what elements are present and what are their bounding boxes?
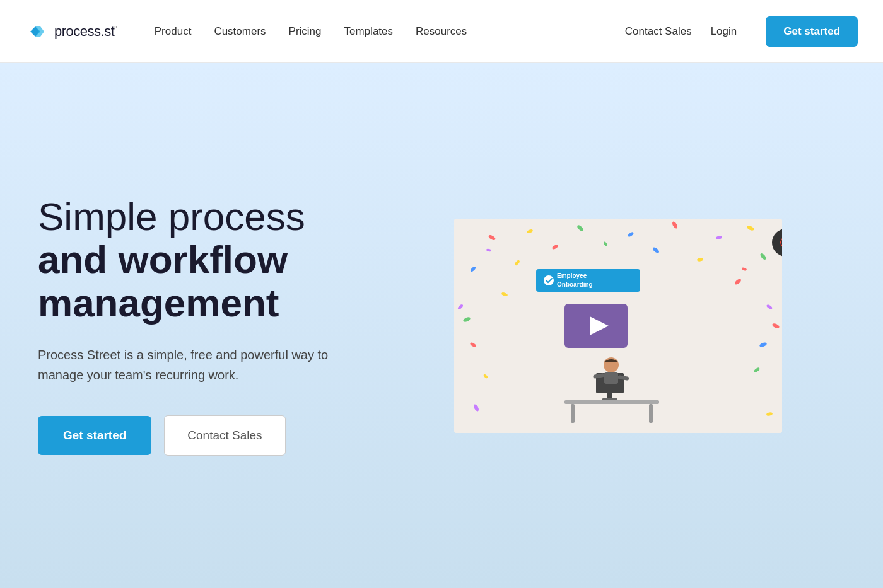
confetti-decoration: Employee Onboarding	[454, 219, 782, 433]
hero-section: Simple process and workflow management P…	[0, 63, 883, 588]
svg-text:Employee: Employee	[557, 272, 587, 279]
logo[interactable]: process.st°	[25, 20, 117, 43]
svg-rect-37	[649, 404, 653, 423]
svg-rect-32	[604, 372, 618, 384]
main-nav: Product Customers Pricing Templates Reso…	[155, 25, 467, 38]
hero-contact-sales-button[interactable]: Contact Sales	[164, 415, 285, 456]
mute-icon: 🔇	[780, 236, 782, 248]
nav-customers[interactable]: Customers	[214, 25, 266, 38]
logo-icon	[25, 20, 49, 43]
secondary-nav: Contact Sales Login Get started	[625, 16, 858, 47]
nav-login[interactable]: Login	[711, 25, 737, 38]
svg-rect-35	[564, 400, 659, 404]
hero-buttons: Get started Contact Sales	[38, 415, 366, 456]
nav-resources[interactable]: Resources	[416, 25, 467, 38]
nav-get-started-button[interactable]: Get started	[766, 16, 858, 47]
hero-title: Simple process and workflow management	[38, 195, 366, 325]
svg-rect-29	[607, 393, 612, 398]
nav-templates[interactable]: Templates	[344, 25, 393, 38]
nav-product[interactable]: Product	[155, 25, 192, 38]
hero-content: Simple process and workflow management P…	[38, 195, 391, 456]
nav-contact-sales[interactable]: Contact Sales	[625, 25, 692, 38]
video-container[interactable]: Employee Onboarding	[454, 219, 782, 433]
svg-point-23	[544, 275, 554, 285]
hero-get-started-button[interactable]: Get started	[38, 416, 151, 455]
hero-video-area: Employee Onboarding	[391, 219, 845, 433]
logo-text: process.st°	[54, 23, 117, 40]
main-header: process.st° Product Customers Pricing Te…	[0, 0, 883, 63]
svg-rect-36	[571, 404, 575, 423]
hero-subtitle: Process Street is a simple, free and pow…	[38, 345, 341, 385]
svg-text:Onboarding: Onboarding	[557, 281, 593, 288]
nav-pricing[interactable]: Pricing	[289, 25, 322, 38]
svg-rect-30	[602, 398, 617, 400]
